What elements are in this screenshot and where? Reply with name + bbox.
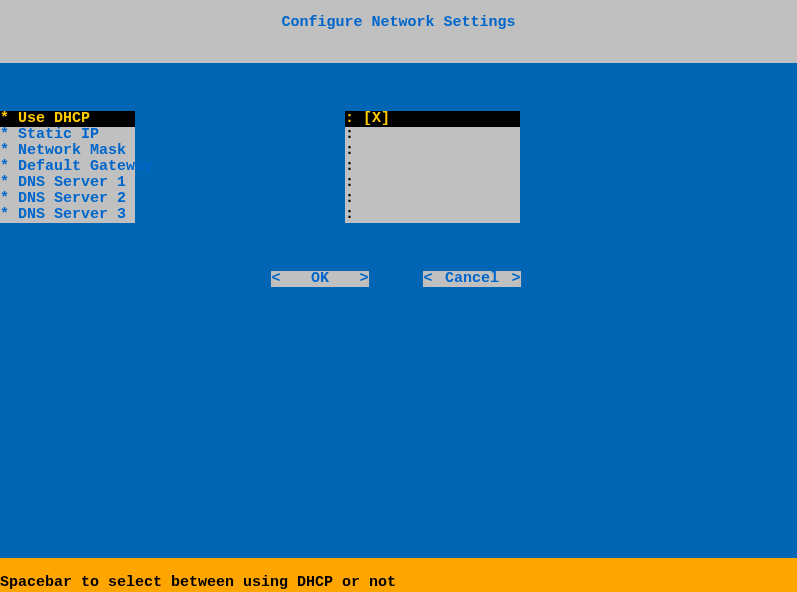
option-marker: *: [0, 206, 18, 223]
option-label: Static IP: [18, 126, 99, 143]
main-panel: * Use DHCP * Static IP * Network Mask * …: [0, 63, 797, 558]
option-marker: *: [0, 110, 18, 127]
status-bar: Spacebar to select between using DHCP or…: [0, 558, 797, 592]
option-marker: *: [0, 142, 18, 159]
values-list: : [X] : : : : : :: [345, 111, 520, 223]
option-label: Network Mask: [18, 142, 126, 159]
option-network-mask[interactable]: * Network Mask: [0, 143, 135, 159]
chevron-left-icon: <: [271, 271, 281, 287]
option-marker: *: [0, 190, 18, 207]
option-dns-server-2[interactable]: * DNS Server 2: [0, 191, 135, 207]
option-marker: *: [0, 158, 18, 175]
option-dns-server-3[interactable]: * DNS Server 3: [0, 207, 135, 223]
option-default-gateway[interactable]: * Default Gateway: [0, 159, 135, 175]
option-dns-server-1[interactable]: * DNS Server 1: [0, 175, 135, 191]
option-label: Use DHCP: [18, 110, 90, 127]
option-static-ip[interactable]: * Static IP: [0, 127, 135, 143]
value-network-mask[interactable]: :: [345, 143, 520, 159]
page-title: Configure Network Settings: [0, 0, 797, 63]
cancel-button[interactable]: < Cancel >: [423, 271, 521, 287]
options-list: * Use DHCP * Static IP * Network Mask * …: [0, 111, 135, 223]
value-default-gateway[interactable]: :: [345, 159, 520, 175]
chevron-left-icon: <: [423, 271, 433, 287]
ok-button[interactable]: < OK >: [271, 271, 369, 287]
option-label: DNS Server 3: [18, 206, 126, 223]
ok-button-label: OK: [281, 271, 359, 287]
option-label: DNS Server 1: [18, 174, 126, 191]
cancel-button-label: Cancel: [433, 271, 511, 287]
option-use-dhcp[interactable]: * Use DHCP: [0, 111, 135, 127]
chevron-right-icon: >: [359, 271, 369, 287]
value-dns-server-3[interactable]: :: [345, 207, 520, 223]
value-dns-server-1[interactable]: :: [345, 175, 520, 191]
chevron-right-icon: >: [511, 271, 521, 287]
value-static-ip[interactable]: :: [345, 127, 520, 143]
value-use-dhcp[interactable]: : [X]: [345, 111, 520, 127]
option-marker: *: [0, 126, 18, 143]
value-dns-server-2[interactable]: :: [345, 191, 520, 207]
option-marker: *: [0, 174, 18, 191]
option-label: DNS Server 2: [18, 190, 126, 207]
option-label: Default Gateway: [18, 158, 153, 175]
